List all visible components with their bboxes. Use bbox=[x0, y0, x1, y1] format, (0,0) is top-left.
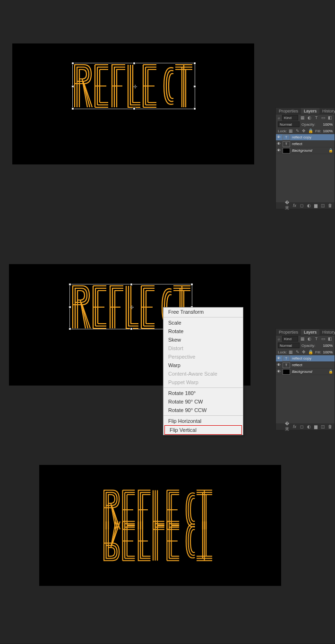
filter-smart-icon[interactable]: ◧ bbox=[327, 115, 333, 120]
layer-name[interactable]: reflect copy bbox=[291, 135, 311, 139]
tab-history[interactable]: History bbox=[319, 329, 335, 335]
blend-mode-select[interactable]: Normal bbox=[278, 121, 300, 127]
panel-tabs: Properties Layers History ▸ bbox=[276, 108, 335, 114]
lock-all-icon[interactable]: 🔒 bbox=[308, 129, 313, 134]
menu-rotate-90-cw[interactable]: Rotate 90° CW bbox=[163, 397, 243, 406]
fx-icon[interactable]: fx bbox=[292, 203, 297, 208]
filter-type-icon[interactable]: T bbox=[314, 115, 319, 120]
tab-layers[interactable]: Layers bbox=[301, 329, 319, 335]
visibility-toggle[interactable]: 👁 bbox=[276, 363, 282, 367]
layer-reflect-copy[interactable]: 👁 T reflect copy bbox=[276, 134, 335, 141]
filter-pixel-icon[interactable]: ▦ bbox=[300, 336, 305, 342]
menu-perspective: Perspective bbox=[163, 352, 243, 361]
blend-row: Normal Opacity: 100% bbox=[276, 342, 335, 349]
layer-reflect[interactable]: 👁 T reflect bbox=[276, 141, 335, 147]
menu-flip-horizontal[interactable]: Flip Horizontal bbox=[163, 417, 243, 425]
trash-icon[interactable]: 🗑 bbox=[327, 203, 333, 208]
filter-pixel-icon[interactable]: ▦ bbox=[300, 115, 305, 120]
menu-puppet-warp: Puppet Warp bbox=[163, 378, 243, 386]
lock-transparency-icon[interactable]: ▦ bbox=[289, 129, 293, 134]
layer-name[interactable]: Background bbox=[291, 369, 312, 374]
adjust-icon[interactable]: ◐ bbox=[306, 424, 311, 429]
filter-shape-icon[interactable]: ▭ bbox=[321, 115, 326, 120]
layer-thumb-type-icon: T bbox=[283, 362, 290, 368]
fill-label: Fill: bbox=[315, 350, 321, 354]
lock-label: Lock: bbox=[278, 129, 287, 133]
filter-shape-icon[interactable]: ▭ bbox=[321, 336, 326, 342]
filter-smart-icon[interactable]: ◧ bbox=[327, 336, 333, 342]
layer-reflect-copy[interactable]: 👁 T reflect copy bbox=[276, 355, 335, 362]
lock-position-icon[interactable]: ✥ bbox=[301, 129, 306, 134]
tab-properties[interactable]: Properties bbox=[276, 108, 301, 114]
fill-label: Fill: bbox=[315, 129, 321, 133]
kind-filter[interactable]: Kind bbox=[282, 115, 298, 120]
layer-name[interactable]: reflect bbox=[291, 142, 302, 146]
menu-scale[interactable]: Scale bbox=[163, 318, 243, 327]
opacity-value[interactable]: 100% bbox=[323, 343, 333, 348]
opacity-label: Opacity: bbox=[301, 122, 315, 127]
blend-mode-select[interactable]: Normal bbox=[278, 343, 300, 348]
new-icon[interactable]: ◫ bbox=[320, 203, 326, 208]
menu-warp[interactable]: Warp bbox=[163, 361, 243, 369]
lock-pixels-icon[interactable]: ✎ bbox=[295, 129, 300, 134]
menu-rotate[interactable]: Rotate bbox=[163, 327, 243, 335]
layer-name[interactable]: reflect copy bbox=[291, 356, 311, 361]
mask-icon[interactable]: ◻ bbox=[299, 424, 304, 429]
visibility-toggle[interactable]: 👁 bbox=[276, 369, 282, 374]
layer-reflect[interactable]: 👁 T reflect bbox=[276, 362, 335, 369]
fill-value[interactable]: 100% bbox=[323, 129, 333, 133]
fill-value[interactable]: 100% bbox=[323, 350, 333, 354]
panel-tabs: Properties Layers History ▸ bbox=[276, 329, 335, 335]
lock-pixels-icon[interactable]: ✎ bbox=[295, 350, 300, 355]
link-icon[interactable]: �來 bbox=[285, 424, 290, 429]
layer-thumb-icon bbox=[283, 148, 290, 154]
visibility-toggle[interactable]: 👁 bbox=[276, 135, 282, 139]
lock-all-icon[interactable]: 🔒 bbox=[308, 350, 313, 355]
fx-icon[interactable]: fx bbox=[292, 424, 297, 429]
trash-icon[interactable]: 🗑 bbox=[327, 424, 333, 429]
kind-filter[interactable]: Kind bbox=[282, 336, 298, 342]
layer-thumb-type-icon: T bbox=[283, 135, 290, 140]
menu-free-transform[interactable]: Free Transform bbox=[163, 308, 243, 316]
new-icon[interactable]: ◫ bbox=[320, 424, 326, 429]
lock-transparency-icon[interactable]: ▦ bbox=[289, 350, 293, 355]
menu-separator bbox=[163, 317, 243, 318]
layers-bottom-bar: �來 fx ◻ ◐ ▆ ◫ 🗑 bbox=[276, 423, 335, 430]
tutorial-step-1: ✢ Properties Layers History ▸ ⌕ Kind ▦ ◐… bbox=[0, 0, 335, 221]
opacity-value[interactable]: 100% bbox=[323, 122, 333, 127]
canvas[interactable]: ✢ bbox=[12, 43, 254, 164]
canvas[interactable] bbox=[39, 465, 281, 586]
filter-adjust-icon[interactable]: ◐ bbox=[307, 336, 312, 342]
visibility-toggle[interactable]: 👁 bbox=[276, 142, 282, 146]
tab-history[interactable]: History bbox=[319, 108, 335, 114]
visibility-toggle[interactable]: 👁 bbox=[276, 356, 282, 361]
adjust-icon[interactable]: ◐ bbox=[306, 203, 311, 208]
text-layer-reflect[interactable] bbox=[72, 62, 195, 110]
lock-icon: 🔒 bbox=[328, 369, 333, 374]
lock-icon: 🔒 bbox=[328, 148, 333, 153]
tab-properties[interactable]: Properties bbox=[276, 329, 301, 335]
layer-background[interactable]: 👁 Background 🔒 bbox=[276, 147, 335, 154]
tutorial-step-3 bbox=[0, 436, 335, 644]
layer-name[interactable]: reflect bbox=[291, 363, 302, 367]
menu-flip-vertical[interactable]: Flip Vertical bbox=[164, 425, 242, 435]
lock-position-icon[interactable]: ✥ bbox=[301, 350, 306, 355]
mask-icon[interactable]: ◻ bbox=[299, 203, 304, 208]
group-icon[interactable]: ▆ bbox=[313, 203, 318, 208]
blend-row: Normal Opacity: 100% bbox=[276, 121, 335, 128]
menu-separator bbox=[163, 387, 243, 388]
visibility-toggle[interactable]: 👁 bbox=[276, 148, 282, 153]
menu-skew[interactable]: Skew bbox=[163, 335, 243, 344]
menu-distort: Distort bbox=[163, 344, 243, 352]
filter-type-icon[interactable]: T bbox=[314, 336, 319, 342]
menu-rotate-90-ccw[interactable]: Rotate 90° CCW bbox=[163, 406, 243, 414]
group-icon[interactable]: ▆ bbox=[313, 424, 318, 429]
filter-adjust-icon[interactable]: ◐ bbox=[307, 115, 312, 120]
layer-thumb-icon bbox=[283, 369, 290, 375]
layers-panel: Properties Layers History ▸ ⌕ Kind ▦ ◐ T… bbox=[275, 107, 335, 209]
link-icon[interactable]: �來 bbox=[285, 203, 290, 208]
menu-rotate-180[interactable]: Rotate 180° bbox=[163, 389, 243, 397]
layer-name[interactable]: Background bbox=[291, 148, 312, 153]
layer-background[interactable]: 👁 Background 🔒 bbox=[276, 369, 335, 375]
tab-layers[interactable]: Layers bbox=[301, 108, 319, 114]
